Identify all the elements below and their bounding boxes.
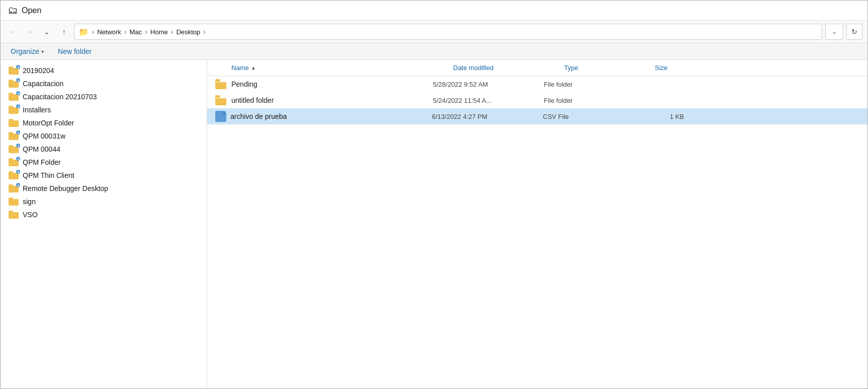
sidebar-item-9[interactable]: ✦Remote Debugger Desktop	[1, 182, 207, 195]
main-content: ✦20190204✦Capacitacion✦Capacitacion 2021…	[1, 60, 867, 388]
sidebar-item-label-8: QPM Thin Client	[23, 171, 74, 179]
address-sep-2: ›	[145, 28, 148, 36]
file-row-1[interactable]: untitled folder5/24/2022 11:54 A...File …	[207, 92, 867, 108]
address-bar-row: ← → ⌄ ↑ 📁 › Network › Mac › Home › Deskt…	[1, 21, 867, 43]
sidebar-item-4[interactable]: MotorOpt Folder	[1, 116, 207, 129]
file-type-2: CSV File	[543, 113, 634, 120]
address-folder-icon: 📁	[79, 27, 89, 37]
sidebar-item-label-3: Installers	[23, 106, 51, 114]
dropdown-recents-button[interactable]: ⌄	[40, 25, 54, 39]
organize-label: Organize	[11, 47, 39, 55]
sidebar-item-label-11: VSO	[23, 211, 38, 219]
sidebar-item-label-9: Remote Debugger Desktop	[23, 184, 108, 192]
address-sep-4: ›	[203, 28, 206, 36]
sidebar-item-7[interactable]: ✦QPM Folder	[1, 156, 207, 169]
sidebar-item-label-10: sign	[23, 198, 36, 206]
sidebar-item-3[interactable]: ✦Installers	[1, 103, 207, 116]
col-size-label: Size	[655, 64, 667, 72]
folder-badge-9: ✦	[16, 183, 20, 187]
sidebar-item-0[interactable]: ✦20190204	[1, 64, 207, 77]
folder-icon-10	[9, 198, 19, 206]
col-header-type[interactable]: Type	[564, 61, 655, 75]
folder-icon-9: ✦	[9, 184, 19, 192]
file-size-2: 1 KB	[634, 113, 684, 120]
organize-button[interactable]: Organize ▾	[9, 46, 46, 56]
folder-badge-2: ✦	[16, 91, 20, 95]
file-row-2[interactable]: archivo de prueba6/13/2022 4:27 PMCSV Fi…	[207, 108, 867, 124]
sidebar-item-6[interactable]: ✦QPM 00044	[1, 143, 207, 156]
file-list-area: Name ▲ Date modified Type Size Pending5/…	[207, 60, 867, 388]
col-type-label: Type	[564, 64, 578, 72]
sidebar-item-5[interactable]: ✦QPM 00031w	[1, 129, 207, 143]
new-folder-label: New folder	[58, 47, 92, 55]
folder-icon-6: ✦	[9, 145, 19, 153]
folder-badge-3: ✦	[16, 104, 20, 108]
folder-badge-7: ✦	[16, 157, 20, 161]
dialog-icon: 🗂	[8, 5, 18, 16]
folder-icon-7: ✦	[9, 158, 19, 166]
address-segment-network: Network	[97, 28, 121, 36]
new-folder-button[interactable]: New folder	[56, 46, 94, 56]
address-sep-0: ›	[92, 28, 94, 36]
forward-button[interactable]: →	[23, 25, 37, 39]
folder-icon-11	[9, 211, 19, 219]
folder-icon-8: ✦	[9, 171, 19, 179]
refresh-button[interactable]: ↻	[846, 24, 862, 40]
sidebar: ✦20190204✦Capacitacion✦Capacitacion 2021…	[1, 60, 207, 388]
file-name-2: archivo de prueba	[230, 112, 432, 120]
col-header-size[interactable]: Size	[655, 61, 705, 75]
sidebar-item-2[interactable]: ✦Capacitacion 20210703	[1, 90, 207, 103]
folder-badge-6: ✦	[16, 144, 20, 148]
back-button[interactable]: ←	[6, 25, 20, 39]
toolbar-row: Organize ▾ New folder	[1, 43, 867, 60]
folder-icon-2: ✦	[9, 93, 19, 101]
folder-icon-5: ✦	[9, 132, 19, 140]
address-dropdown-button[interactable]: ⌄	[825, 24, 843, 40]
address-segment-mac: Mac	[130, 28, 142, 36]
sidebar-item-10[interactable]: sign	[1, 195, 207, 208]
folder-badge-0: ✦	[16, 65, 20, 69]
sidebar-item-1[interactable]: ✦Capacitacion	[1, 77, 207, 90]
sidebar-item-label-6: QPM 00044	[23, 145, 60, 153]
file-type-1: File folder	[544, 97, 635, 104]
title-bar: 🗂 Open	[1, 1, 867, 21]
sort-arrow-icon: ▲	[251, 65, 256, 71]
sidebar-item-label-4: MotorOpt Folder	[23, 119, 74, 127]
organize-dropdown-icon: ▾	[41, 49, 44, 54]
sidebar-item-label-0: 20190204	[23, 67, 54, 75]
folder-icon-1: ✦	[9, 80, 19, 88]
csv-file-icon-2	[215, 111, 226, 122]
sidebar-item-label-1: Capacitacion	[23, 80, 64, 88]
file-name-1: untitled folder	[231, 96, 433, 104]
address-sep-3: ›	[171, 28, 173, 36]
file-name-0: Pending	[231, 80, 433, 88]
folder-icon-4	[9, 119, 19, 127]
dialog-title: Open	[22, 6, 41, 15]
sidebar-item-8[interactable]: ✦QPM Thin Client	[1, 169, 207, 182]
sidebar-item-11[interactable]: VSO	[1, 208, 207, 221]
col-date-label: Date modified	[453, 64, 493, 72]
up-button[interactable]: ↑	[57, 25, 71, 39]
file-row-0[interactable]: Pending5/28/2022 9:52 AMFile folder	[207, 76, 867, 92]
file-type-0: File folder	[544, 81, 635, 88]
sidebar-item-label-2: Capacitacion 20210703	[23, 93, 97, 101]
folder-badge-8: ✦	[16, 170, 20, 174]
open-dialog: 🗂 Open ← → ⌄ ↑ 📁 › Network › Mac › Home …	[0, 0, 868, 389]
folder-file-icon-0	[215, 79, 227, 89]
address-segment-desktop: Desktop	[176, 28, 201, 36]
folder-icon-3: ✦	[9, 106, 19, 114]
col-name-label: Name	[231, 64, 249, 72]
col-header-name[interactable]: Name ▲	[231, 61, 453, 75]
file-rows: Pending5/28/2022 9:52 AMFile folderuntit…	[207, 76, 867, 388]
sidebar-item-label-7: QPM Folder	[23, 158, 60, 166]
folder-file-icon-1	[215, 95, 227, 105]
col-header-date[interactable]: Date modified	[453, 61, 564, 75]
file-date-1: 5/24/2022 11:54 A...	[433, 97, 544, 104]
address-segment-home: Home	[150, 28, 168, 36]
address-box[interactable]: 📁 › Network › Mac › Home › Desktop ›	[74, 24, 822, 40]
file-date-2: 6/13/2022 4:27 PM	[432, 113, 543, 120]
address-sep-1: ›	[124, 28, 127, 36]
sidebar-item-label-5: QPM 00031w	[23, 132, 66, 140]
folder-badge-1: ✦	[16, 78, 20, 82]
folder-badge-5: ✦	[16, 131, 20, 135]
